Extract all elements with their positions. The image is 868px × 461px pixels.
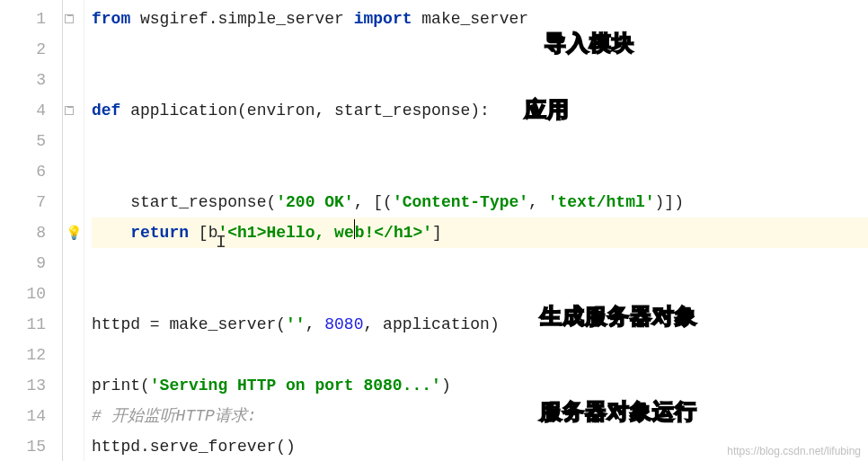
line-number: 4: [0, 95, 62, 126]
annotation-serve-forever: 服务器对象运行: [540, 397, 697, 426]
code-line[interactable]: print('Serving HTTP on port 8080...'): [92, 370, 868, 401]
annotation-make-server: 生成服务器对象: [540, 302, 697, 331]
code-line[interactable]: [92, 65, 868, 95]
code-line[interactable]: # 开始监听HTTP请求:: [92, 401, 868, 431]
line-number: 14: [0, 401, 62, 431]
code-line-active[interactable]: return [b'<h1>Hello, web!</h1>']: [92, 217, 868, 248]
code-line[interactable]: httpd = make_server('', 8080, applicatio…: [92, 309, 868, 340]
line-number: 11: [0, 309, 62, 340]
annotation-import-module: 导入模块: [545, 29, 634, 58]
code-line[interactable]: [92, 248, 868, 279]
fold-toggle-icon[interactable]: [65, 106, 74, 115]
code-line[interactable]: start_response('200 OK', [('Content-Type…: [92, 187, 868, 217]
code-line[interactable]: from wsgiref.simple_server import make_s…: [92, 4, 868, 34]
line-number: 12: [0, 340, 62, 370]
code-line[interactable]: [92, 279, 868, 309]
code-editor: 1 2 3 4 5 6 7 8 9 10 11 12 13 14 15 💡 fr…: [0, 0, 868, 461]
line-number: 13: [0, 370, 62, 401]
line-number: 5: [0, 126, 62, 156]
fold-toggle-icon[interactable]: [65, 14, 74, 23]
line-number: 9: [0, 248, 62, 279]
line-number: 7: [0, 187, 62, 217]
line-number: 3: [0, 65, 62, 95]
line-number: 10: [0, 279, 62, 309]
code-area[interactable]: from wsgiref.simple_server import make_s…: [84, 0, 868, 461]
ibeam-cursor-icon: I: [216, 232, 226, 253]
line-number: 8: [0, 217, 62, 248]
code-line[interactable]: [92, 156, 868, 187]
line-number: 1: [0, 4, 62, 34]
line-number: 15: [0, 431, 62, 461]
code-line[interactable]: def application(environ, start_response)…: [92, 95, 868, 126]
fold-column: 💡: [63, 0, 84, 461]
code-line[interactable]: [92, 34, 868, 65]
line-number-gutter: 1 2 3 4 5 6 7 8 9 10 11 12 13 14 15: [0, 0, 63, 461]
line-number: 6: [0, 156, 62, 187]
annotation-application: 应用: [525, 95, 570, 124]
lightbulb-icon[interactable]: 💡: [66, 225, 83, 242]
code-line[interactable]: [92, 126, 868, 156]
watermark: https://blog.csdn.net/lifubing: [727, 445, 861, 457]
line-number: 2: [0, 34, 62, 65]
code-line[interactable]: [92, 340, 868, 370]
